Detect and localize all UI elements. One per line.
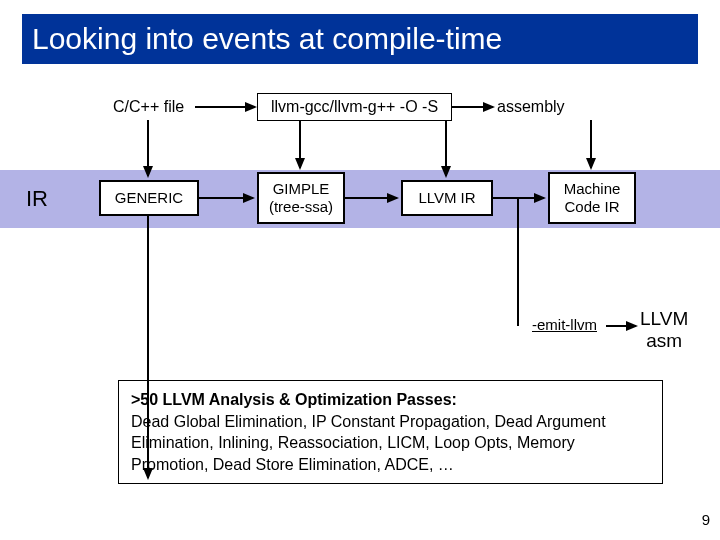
machine-line2: Code IR [564, 198, 619, 216]
gimple-ir-box: GIMPLE (tree-ssa) [257, 172, 345, 224]
llvm-asm-line1: LLVM [640, 308, 688, 330]
assembly-label: assembly [497, 98, 565, 116]
llvm-asm-line2: asm [640, 330, 688, 352]
compiler-box: llvm-gcc/llvm-g++ -O -S [257, 93, 452, 121]
ir-label: IR [26, 186, 48, 212]
llvmir-text: LLVM IR [418, 189, 475, 207]
source-file-label: C/C++ file [113, 98, 184, 116]
passes-body: Dead Global Elimination, IP Constant Pro… [131, 413, 606, 473]
emit-llvm-flag: -emit-llvm [532, 316, 597, 333]
slide-title: Looking into events at compile-time [32, 22, 502, 56]
slide-number: 9 [702, 511, 710, 528]
passes-title: >50 LLVM Analysis & Optimization Passes: [131, 391, 457, 408]
gimple-line2: (tree-ssa) [269, 198, 333, 216]
gimple-line1: GIMPLE [273, 180, 330, 198]
machine-line1: Machine [564, 180, 621, 198]
generic-ir-box: GENERIC [99, 180, 199, 216]
title-bar: Looking into events at compile-time [22, 14, 698, 64]
generic-text: GENERIC [115, 189, 183, 207]
passes-box: >50 LLVM Analysis & Optimization Passes:… [118, 380, 663, 484]
machine-ir-box: Machine Code IR [548, 172, 636, 224]
llvm-ir-box: LLVM IR [401, 180, 493, 216]
llvm-asm-label: LLVM asm [640, 308, 688, 352]
